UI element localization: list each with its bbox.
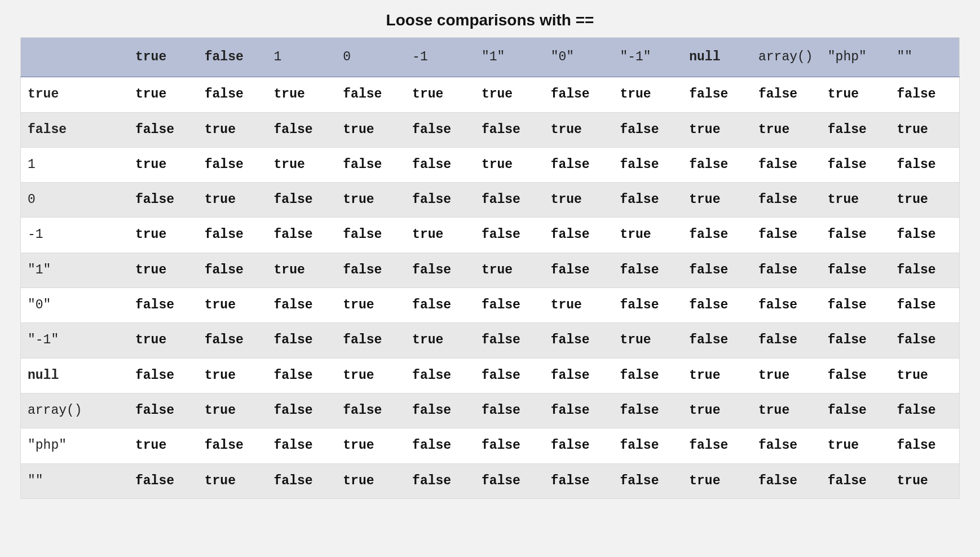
cell: true [405,323,475,358]
cell: false [890,218,960,253]
cell: false [544,147,613,182]
cell: false [544,218,613,253]
cell: false [129,393,198,428]
cell: false [613,428,682,463]
cell: false [752,253,821,288]
cell: false [682,218,752,253]
cell: false [405,288,475,323]
cell: true [405,77,475,112]
cell: false [890,77,960,112]
table-row: "1"truefalsetruefalsefalsetruefalsefalse… [21,253,960,288]
cell: false [198,218,267,253]
cell: true [613,323,682,358]
cell: false [544,463,613,498]
cell: true [821,183,890,218]
table-caption: Loose comparisons with == [20,11,960,29]
cell: true [682,358,752,393]
cell: false [752,218,821,253]
col-header: "0" [544,38,613,77]
row-header: true [21,77,129,112]
page-container: Loose comparisons with == truefalse10-1"… [0,0,980,557]
cell: false [821,147,890,182]
cell: false [890,393,960,428]
cell: true [129,323,198,358]
cell: true [890,183,960,218]
cell: false [890,147,960,182]
cell: true [544,288,613,323]
comparison-table: truefalse10-1"1""0""-1"nullarray()"php""… [20,37,960,499]
table-head: truefalse10-1"1""0""-1"nullarray()"php""… [21,38,960,77]
cell: false [752,428,821,463]
cell: false [405,183,475,218]
cell: true [336,428,405,463]
cell: false [890,323,960,358]
cell: false [682,253,752,288]
cell: true [890,463,960,498]
cell: false [821,463,890,498]
col-header: array() [752,38,821,77]
col-header: true [129,38,198,77]
cell: false [682,288,752,323]
cell: true [336,463,405,498]
cell: false [752,323,821,358]
cell: false [890,428,960,463]
cell: true [198,183,267,218]
row-header: "" [21,463,129,498]
table-row: 1truefalsetruefalsefalsetruefalsefalsefa… [21,147,960,182]
table-row: falsefalsetruefalsetruefalsefalsetruefal… [21,112,960,147]
cell: false [267,393,337,428]
cell: false [544,428,613,463]
cell: true [198,358,267,393]
cell: false [267,288,337,323]
cell: true [336,288,405,323]
cell: true [475,253,544,288]
cell: false [129,112,198,147]
cell: true [198,112,267,147]
col-header: 0 [336,38,405,77]
cell: false [405,428,475,463]
row-header: array() [21,393,129,428]
cell: false [613,288,682,323]
cell: true [752,112,821,147]
cell: false [405,147,475,182]
cell: false [544,323,613,358]
cell: false [198,147,267,182]
cell: false [405,253,475,288]
cell: true [267,253,337,288]
cell: true [475,77,544,112]
cell: false [821,358,890,393]
cell: false [405,112,475,147]
cell: false [129,288,198,323]
cell: true [198,463,267,498]
cell: false [752,77,821,112]
cell: false [475,393,544,428]
cell: true [129,218,198,253]
cell: false [336,218,405,253]
cell: false [267,218,337,253]
cell: true [267,77,337,112]
table-head-row: truefalse10-1"1""0""-1"nullarray()"php""… [21,38,960,77]
cell: true [129,77,198,112]
cell: false [475,358,544,393]
cell: true [613,218,682,253]
cell: true [682,393,752,428]
row-header: null [21,358,129,393]
cell: false [752,288,821,323]
cell: false [267,428,337,463]
cell: false [821,393,890,428]
col-header: "1" [475,38,544,77]
row-header: false [21,112,129,147]
cell: true [613,77,682,112]
cell: false [475,183,544,218]
cell: false [613,112,682,147]
cell: false [682,323,752,358]
corner-cell [21,38,129,77]
col-header: "php" [821,38,890,77]
cell: true [752,358,821,393]
cell: false [475,463,544,498]
cell: false [475,323,544,358]
row-header: "0" [21,288,129,323]
table-row: truetruefalsetruefalsetruetruefalsetruef… [21,77,960,112]
table-body: truetruefalsetruefalsetruetruefalsetruef… [21,77,960,499]
cell: false [613,183,682,218]
